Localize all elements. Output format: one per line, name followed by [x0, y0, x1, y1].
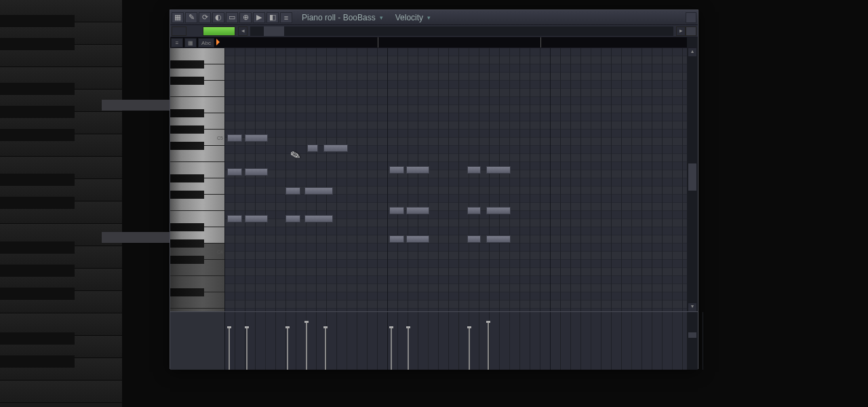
velocity-zoom[interactable] [687, 312, 698, 370]
timeline-toolbar: ≡ ▦ Abc [170, 37, 698, 48]
draw-tool-icon[interactable]: ✎ [185, 12, 197, 23]
velocity-bar[interactable] [229, 328, 230, 370]
midi-note[interactable] [304, 187, 333, 195]
channel-dropdown-icon[interactable]: ▾ [380, 14, 383, 21]
midi-note[interactable] [486, 166, 511, 174]
piano-black-key[interactable] [170, 191, 204, 199]
note-grid[interactable] [224, 48, 687, 311]
param-dropdown-icon[interactable]: ▾ [427, 14, 431, 21]
midi-note[interactable] [467, 235, 481, 243]
window-title[interactable]: Piano roll - BooBass [302, 13, 376, 22]
piano-black-key[interactable] [170, 77, 204, 85]
midi-note[interactable] [245, 215, 268, 222]
secondary-toolbar: ◂ ▸ [170, 25, 698, 37]
midi-note[interactable] [389, 207, 404, 214]
close-button[interactable] [686, 12, 696, 23]
timeline-ruler[interactable] [215, 37, 687, 47]
velocity-bar[interactable] [391, 328, 392, 370]
playhead-marker[interactable] [216, 39, 220, 45]
piano-black-key[interactable] [170, 109, 204, 117]
velocity-grid[interactable] [224, 312, 687, 370]
midi-note[interactable] [227, 215, 242, 222]
velocity-bar[interactable] [469, 328, 470, 370]
select-tool-icon[interactable]: ▭ [226, 12, 238, 23]
main-area: C5C4 ▴ ▾ [170, 48, 698, 311]
zoom-tool-icon[interactable]: ⊕ [239, 12, 252, 23]
midi-note[interactable] [467, 166, 481, 174]
piano-black-key[interactable] [170, 60, 204, 69]
horizontal-scroll-thumb[interactable] [264, 26, 284, 36]
velocity-bar[interactable] [246, 328, 248, 370]
scroll-left-button[interactable]: ◂ [238, 26, 248, 36]
scroll-down-button[interactable]: ▾ [688, 303, 696, 311]
piano-black-key[interactable] [170, 288, 204, 296]
playback-icon[interactable]: ▶ [253, 12, 265, 23]
piano-black-key[interactable] [170, 142, 204, 150]
piano-key[interactable] [170, 309, 224, 311]
velocity-bar[interactable] [488, 322, 489, 370]
piano-black-key[interactable] [170, 174, 204, 182]
piano-keyboard[interactable]: C5C4 [170, 48, 224, 311]
velocity-panel [170, 311, 698, 370]
scroll-right-button[interactable]: ▸ [676, 26, 686, 36]
options-button[interactable]: ≡ [171, 38, 183, 47]
edit-mode-icon[interactable] [172, 26, 186, 36]
snap-icon[interactable]: ◧ [267, 12, 279, 23]
note-color-swatch[interactable] [203, 26, 235, 36]
piano-black-key[interactable] [170, 239, 204, 248]
midi-note[interactable] [406, 166, 429, 174]
piano-black-key[interactable] [170, 125, 204, 134]
timeline-end [687, 37, 698, 47]
bar-marker [378, 37, 378, 47]
midi-note[interactable] [307, 144, 318, 152]
horizontal-scrollbar[interactable] [250, 26, 673, 36]
slice-tool-icon[interactable]: ◐ [212, 12, 224, 23]
piano-black-key[interactable] [170, 223, 204, 231]
grid-button[interactable]: ▦ [184, 38, 197, 47]
midi-note[interactable] [245, 168, 268, 176]
midi-note[interactable] [389, 166, 404, 174]
midi-note[interactable] [467, 207, 481, 214]
paint-tool-icon[interactable]: ⟳ [199, 12, 211, 23]
midi-note[interactable] [486, 207, 511, 214]
midi-note[interactable] [227, 168, 242, 176]
zoom-control[interactable] [686, 26, 696, 36]
midi-note[interactable] [285, 187, 300, 195]
vertical-scrollbar[interactable]: ▴ ▾ [687, 48, 698, 311]
midi-note[interactable] [486, 235, 511, 243]
titlebar[interactable]: ▦ ✎ ⟳ ◐ ▭ ⊕ ▶ ◧ ≡ Piano roll - BooBass ▾… [170, 10, 698, 25]
velocity-bar[interactable] [306, 322, 307, 370]
midi-note[interactable] [227, 134, 242, 142]
piano-black-key[interactable] [170, 256, 204, 264]
background-piano [0, 0, 122, 407]
velocity-bar[interactable] [408, 328, 409, 370]
midi-note[interactable] [304, 215, 333, 222]
velocity-label-area [170, 312, 224, 370]
midi-note[interactable] [245, 134, 268, 142]
midi-note[interactable] [406, 235, 429, 243]
velocity-bar[interactable] [287, 328, 288, 370]
midi-note[interactable] [323, 144, 348, 152]
midi-note[interactable] [285, 215, 300, 222]
param-label[interactable]: Velocity [395, 13, 423, 22]
velocity-zoom-slider[interactable] [688, 332, 696, 338]
midi-note[interactable] [406, 207, 429, 214]
view-options-icon[interactable]: ≡ [280, 12, 292, 23]
vertical-scroll-thumb[interactable] [688, 163, 696, 191]
velocity-bar[interactable] [325, 328, 326, 370]
menu-icon[interactable]: ▦ [172, 12, 184, 23]
midi-note[interactable] [389, 235, 404, 243]
bar-marker [540, 37, 541, 47]
scroll-up-button[interactable]: ▴ [688, 48, 696, 56]
note-names-button[interactable]: Abc [198, 38, 214, 47]
piano-roll-window: ▦ ✎ ⟳ ◐ ▭ ⊕ ▶ ◧ ≡ Piano roll - BooBass ▾… [170, 9, 698, 369]
